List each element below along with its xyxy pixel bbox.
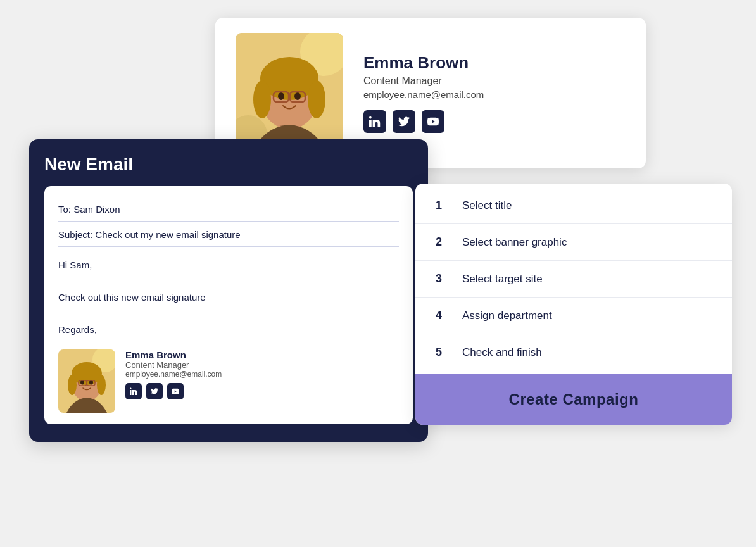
step-number-2: 2 bbox=[436, 236, 450, 249]
avatar bbox=[236, 33, 343, 153]
email-body-text: Check out this new email signature bbox=[58, 289, 399, 306]
sig-linkedin-icon[interactable] bbox=[125, 383, 142, 399]
social-icons bbox=[363, 110, 626, 133]
sig-email: employee.name@email.com bbox=[125, 370, 222, 379]
email-regards: Regards, bbox=[58, 322, 399, 338]
sig-role: Content Manager bbox=[125, 360, 222, 370]
campaign-steps: 1 Select title 2 Select banner graphic 3… bbox=[415, 184, 732, 374]
campaign-panel: 1 Select title 2 Select banner graphic 3… bbox=[415, 184, 732, 425]
step-row-3[interactable]: 3 Select target site bbox=[415, 261, 732, 298]
step-row-5[interactable]: 5 Check and finish bbox=[415, 334, 732, 370]
sig-social-icons bbox=[125, 383, 222, 399]
email-sig-info: Emma Brown Content Manager employee.name… bbox=[125, 349, 222, 399]
svg-point-10 bbox=[294, 92, 301, 100]
step-label-2: Select banner graphic bbox=[462, 236, 567, 249]
email-to: To: Sam Dixon bbox=[58, 198, 399, 222]
email-panel-title: New Email bbox=[44, 154, 413, 175]
sig-name: Emma Brown bbox=[125, 349, 222, 360]
step-row-1[interactable]: 1 Select title bbox=[415, 187, 732, 224]
svg-point-20 bbox=[68, 375, 77, 395]
email-sig-avatar bbox=[58, 349, 115, 413]
sig-youtube-icon[interactable] bbox=[167, 383, 184, 399]
signature-role: Content Manager bbox=[363, 75, 626, 87]
email-subject: Subject: Check out my new email signatur… bbox=[58, 223, 399, 247]
email-panel: New Email To: Sam Dixon Subject: Check o… bbox=[29, 139, 428, 442]
email-content: Hi Sam, Check out this new email signatu… bbox=[58, 248, 399, 343]
step-number-1: 1 bbox=[436, 199, 450, 212]
step-number-5: 5 bbox=[436, 346, 450, 359]
step-label-1: Select title bbox=[462, 199, 512, 212]
svg-point-21 bbox=[97, 375, 106, 395]
signature-email: employee.name@email.com bbox=[363, 89, 626, 100]
email-greeting: Hi Sam, bbox=[58, 257, 399, 274]
step-number-4: 4 bbox=[436, 309, 450, 322]
step-row-2[interactable]: 2 Select banner graphic bbox=[415, 224, 732, 261]
create-campaign-button[interactable]: Create Campaign bbox=[415, 374, 732, 425]
sig-twitter-icon[interactable] bbox=[146, 383, 163, 399]
signature-info: Emma Brown Content Manager employee.name… bbox=[363, 53, 626, 133]
svg-point-7 bbox=[253, 80, 271, 118]
linkedin-icon[interactable] bbox=[363, 110, 386, 133]
step-label-5: Check and finish bbox=[462, 346, 542, 359]
svg-point-9 bbox=[278, 92, 284, 100]
signature-name: Emma Brown bbox=[363, 53, 626, 73]
step-row-4[interactable]: 4 Assign department bbox=[415, 298, 732, 334]
email-body-card: To: Sam Dixon Subject: Check out my new … bbox=[44, 186, 413, 424]
step-label-4: Assign department bbox=[462, 310, 552, 322]
step-number-3: 3 bbox=[436, 272, 450, 286]
youtube-icon[interactable] bbox=[422, 110, 444, 133]
email-signature-row: Emma Brown Content Manager employee.name… bbox=[58, 349, 399, 413]
twitter-icon[interactable] bbox=[393, 110, 415, 133]
step-label-3: Select target site bbox=[462, 273, 543, 286]
svg-point-8 bbox=[308, 80, 325, 118]
